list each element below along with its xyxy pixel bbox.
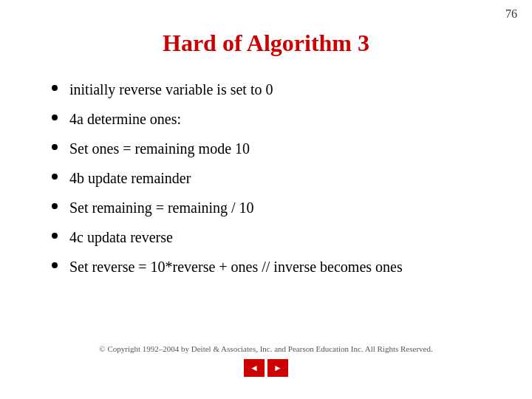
bullet-text: Set reverse = 10*reverse + ones // inver… — [69, 256, 502, 277]
slide-container: 76 Hard of Algorithm 3 initially reverse… — [0, 0, 532, 399]
nav-buttons: ◄ ► — [244, 359, 288, 377]
next-button[interactable]: ► — [267, 359, 288, 377]
list-item: 4a determine ones: — [52, 109, 502, 129]
list-item: Set reverse = 10*reverse + ones // inver… — [52, 256, 502, 277]
bullet-dot-icon — [52, 262, 58, 268]
bullet-dot-icon — [52, 233, 58, 239]
bullet-list: initially reverse variable is set to 04a… — [30, 79, 502, 277]
footer: © Copyright 1992–2004 by Deitel & Associ… — [0, 344, 532, 377]
page-number: 76 — [505, 7, 517, 21]
bullet-dot-icon — [52, 144, 58, 150]
slide-title: Hard of Algorithm 3 — [30, 30, 502, 57]
bullet-dot-icon — [52, 115, 58, 120]
bullet-text: 4b update remainder — [69, 168, 502, 188]
list-item: Set ones = remaining mode 10 — [52, 138, 502, 159]
bullet-text: 4c updata reverse — [69, 227, 502, 248]
list-item: initially reverse variable is set to 0 — [52, 79, 502, 100]
copyright-text: © Copyright 1992–2004 by Deitel & Associ… — [99, 344, 432, 353]
list-item: Set remaining = remaining / 10 — [52, 197, 502, 218]
bullet-text: 4a determine ones: — [69, 109, 502, 129]
prev-button[interactable]: ◄ — [244, 359, 265, 377]
list-item: 4c updata reverse — [52, 227, 502, 248]
list-item: 4b update remainder — [52, 168, 502, 188]
bullet-text: Set ones = remaining mode 10 — [69, 138, 502, 159]
bullet-dot-icon — [52, 174, 58, 180]
bullet-dot-icon — [52, 203, 58, 209]
bullet-dot-icon — [52, 85, 58, 91]
bullet-text: initially reverse variable is set to 0 — [69, 79, 502, 100]
bullet-text: Set remaining = remaining / 10 — [69, 197, 502, 218]
